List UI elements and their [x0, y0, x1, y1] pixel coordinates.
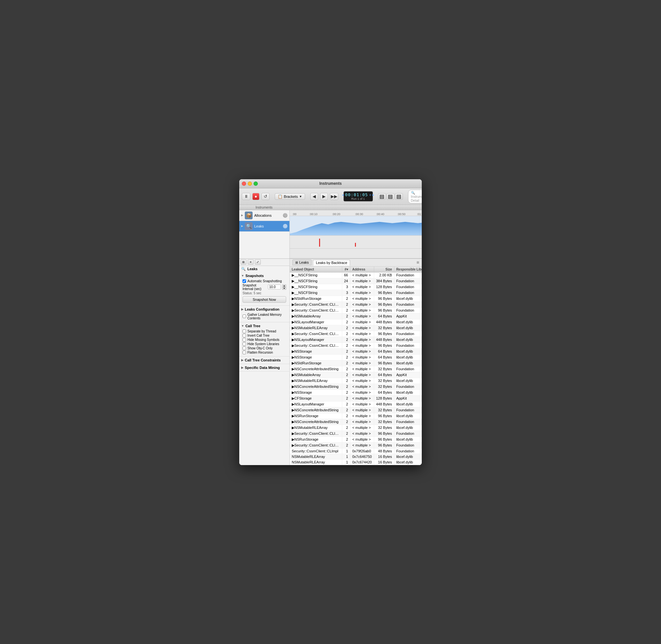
- col-header-address[interactable]: Address: [350, 267, 374, 273]
- cell-object: ▶NSMutableArray: [290, 372, 342, 378]
- gather-leaked-checkbox[interactable]: [243, 315, 246, 318]
- cell-address: < multiple >: [350, 407, 374, 413]
- flatten-checkbox[interactable]: [243, 351, 246, 354]
- table-row[interactable]: ▶NSStorage 2 < multiple > 64 Bytes libce…: [290, 389, 422, 395]
- view-btn-3[interactable]: ▤: [395, 193, 403, 200]
- table-row[interactable]: ▶Security::CssmClient::CLImpl 2 < multip…: [290, 331, 422, 337]
- table-row[interactable]: ▶Security::CssmClient::CLImpl 2 < multip…: [290, 301, 422, 307]
- invert-call-tree-checkbox[interactable]: [243, 334, 246, 337]
- table-row[interactable]: ▶NSIdRunStorage 2 < multiple > 96 Bytes …: [290, 296, 422, 301]
- leaks-config-label: Leaks Configuration: [245, 307, 279, 311]
- snapshots-label: Snapshots: [246, 274, 264, 278]
- refresh-button[interactable]: ↺: [261, 193, 270, 200]
- cell-library: libcef.dylib: [394, 325, 422, 331]
- interval-input[interactable]: [268, 284, 281, 290]
- col-header-object[interactable]: Leaked Object: [290, 267, 342, 273]
- timer-display: ◀ 00:01:05 ⊙ ▶ Run 1 of 1: [344, 191, 373, 201]
- hide-system-checkbox[interactable]: [243, 342, 246, 346]
- table-row[interactable]: ▶Security::CssmClient::CLImpl 2 < multip…: [290, 307, 422, 313]
- maximize-button[interactable]: [254, 182, 258, 186]
- table-row[interactable]: ▶NSStorage 2 < multiple > 64 Bytes libce…: [290, 348, 422, 354]
- table-row[interactable]: ▶NSLayoutManager 2 < multiple > 448 Byte…: [290, 319, 422, 325]
- table-row[interactable]: ▶CFStorage 2 < multiple > 128 Bytes AppK…: [290, 395, 422, 401]
- snapshot-now-button[interactable]: Snapshot Now: [243, 296, 286, 303]
- cell-object: ▶__NSCFString: [290, 272, 342, 278]
- cell-size: 64 Bytes: [374, 389, 394, 395]
- hide-missing-checkbox[interactable]: [243, 338, 246, 342]
- table-row[interactable]: ▶NSStorage 2 < multiple > 64 Bytes libce…: [290, 354, 422, 360]
- next-range-button[interactable]: ▶▶: [330, 193, 338, 200]
- play-range-button[interactable]: ▶: [320, 193, 328, 200]
- table-row[interactable]: ▶__NSCFString 3 < multiple > 96 Bytes Fo…: [290, 290, 422, 296]
- table-row[interactable]: NSMutableRLEArray 1 0x7c646750 16 Bytes …: [290, 454, 422, 459]
- table-row[interactable]: ▶NSConcreteAttributedString 2 < multiple…: [290, 407, 422, 413]
- table-row[interactable]: ▶NSMutableRLEArray 2 < multiple > 32 Byt…: [290, 425, 422, 431]
- instrument-allocations[interactable]: ▶ 📦 Allocations ⓘ: [239, 210, 290, 221]
- table-row[interactable]: ▶NSMutableArray 2 < multiple > 64 Bytes …: [290, 313, 422, 319]
- panel-menu-button[interactable]: ≡: [416, 260, 419, 265]
- resize-icon-btn[interactable]: ⤢: [255, 259, 261, 264]
- view-btn-1[interactable]: ▤: [378, 193, 386, 200]
- stepper-down[interactable]: ▼: [282, 287, 286, 290]
- call-tree-arrow: ▼: [241, 324, 244, 327]
- col-header-library[interactable]: Responsible Library: [394, 267, 422, 273]
- specific-data-mining-label: Specific Data Mining: [245, 366, 280, 370]
- table-row[interactable]: ▶NSConcreteAttributedString 2 < multiple…: [290, 419, 422, 425]
- table-row[interactable]: ▶NSLayoutManager 2 < multiple > 448 Byte…: [290, 401, 422, 407]
- cell-address: < multiple >: [350, 325, 374, 331]
- target-dropdown[interactable]: 📋 Brackets ▼: [275, 193, 305, 200]
- table-row[interactable]: Security::CssmClient::CLImpl 1 0x79f26ab…: [290, 448, 422, 454]
- table-row[interactable]: ▶NSMutableRLEArray 2 < multiple > 32 Byt…: [290, 325, 422, 331]
- record-button[interactable]: ●: [252, 193, 259, 200]
- table-row[interactable]: ▶__NSCFString 66 < multiple > 2.00 KB Fo…: [290, 272, 422, 278]
- table-row[interactable]: ▶NSIdRunStorage 2 < multiple > 96 Bytes …: [290, 360, 422, 366]
- grid-icon-btn[interactable]: ⊞: [241, 259, 246, 264]
- leaks-triangle-icon: ▶: [241, 225, 243, 228]
- filter-search[interactable]: 🔍 Instrument Detail: [408, 190, 422, 203]
- pause-button[interactable]: ⏸: [242, 193, 250, 200]
- allocations-info-button[interactable]: ⓘ: [283, 213, 288, 218]
- tab-leaks[interactable]: ⊞ Leaks: [292, 259, 312, 265]
- tab-leaks-by-backtrace[interactable]: Leaks by Backtrace: [313, 260, 350, 266]
- specific-data-mining-header[interactable]: ▶ Specific Data Mining: [239, 365, 290, 370]
- col-header-size[interactable]: Size: [374, 267, 394, 273]
- cell-library: libcef.dylib: [394, 454, 422, 459]
- table-row[interactable]: NSMutableRLEArray 1 0x7c674420 16 Bytes …: [290, 459, 422, 465]
- cell-size: 96 Bytes: [374, 331, 394, 337]
- snapshots-arrow: ▼: [241, 274, 244, 277]
- cell-size: 128 Bytes: [374, 395, 394, 401]
- list-icon-btn[interactable]: ≡: [248, 259, 254, 264]
- separate-thread-checkbox[interactable]: [243, 329, 246, 333]
- col-header-count[interactable]: #▾: [342, 267, 350, 273]
- table-row[interactable]: ▶NSRunStorage 2 < multiple > 96 Bytes li…: [290, 413, 422, 419]
- minimize-button[interactable]: [248, 182, 252, 186]
- table-row[interactable]: ▶NSMutableRLEArray 2 < multiple > 32 Byt…: [290, 378, 422, 384]
- table-row[interactable]: ▶Security::CssmClient::CLImpl 2 < multip…: [290, 343, 422, 348]
- view-btn-2[interactable]: ▤: [387, 193, 394, 200]
- prev-range-button[interactable]: ◀: [310, 193, 318, 200]
- table-row[interactable]: ▶Security::CssmClient::CLImpl 2 < multip…: [290, 431, 422, 436]
- stepper-up[interactable]: ▲: [282, 284, 286, 287]
- interval-row: Snapshot Interval (sec) ▲ ▼: [243, 283, 286, 291]
- snapshots-header[interactable]: ▼ Snapshots: [239, 273, 290, 278]
- call-tree-header[interactable]: ▼ Call Tree: [239, 323, 290, 328]
- auto-snapshot-checkbox[interactable]: [243, 279, 246, 283]
- table-row[interactable]: ▶__NSCFString 3 < multiple > 128 Bytes F…: [290, 284, 422, 290]
- table-row[interactable]: ▶Security::CssmClient::CLImpl 2 < multip…: [290, 442, 422, 448]
- call-tree-constraints-header[interactable]: ▶ Call Tree Constraints: [239, 358, 290, 363]
- table-row[interactable]: ▶NSLayoutManager 2 < multiple > 448 Byte…: [290, 337, 422, 343]
- table-row[interactable]: ▶__NSCFString 24 < multiple > 384 Bytes …: [290, 278, 422, 284]
- table-row[interactable]: ▶NSRunStorage 2 < multiple > 96 Bytes li…: [290, 436, 422, 442]
- window-title: Instruments: [319, 181, 342, 186]
- close-button[interactable]: [242, 182, 246, 186]
- table-row[interactable]: ▶NSConcreteAttributedString 2 < multiple…: [290, 366, 422, 372]
- leaks-info-button[interactable]: ⓘ: [283, 224, 288, 228]
- cell-count: 2: [342, 360, 350, 366]
- leak-spike-2: [355, 243, 356, 247]
- cell-object: ▶Security::CssmClient::CLImpl: [290, 301, 342, 307]
- instrument-leaks[interactable]: ▶ 🔍 Leaks ⓘ: [239, 221, 290, 232]
- table-row[interactable]: ▶NSConcreteAttributedString 2 < multiple…: [290, 384, 422, 389]
- table-row[interactable]: ▶NSMutableArray 2 < multiple > 64 Bytes …: [290, 372, 422, 378]
- leaks-config-header[interactable]: ▶ Leaks Configuration: [239, 307, 290, 312]
- show-objc-checkbox[interactable]: [243, 346, 246, 350]
